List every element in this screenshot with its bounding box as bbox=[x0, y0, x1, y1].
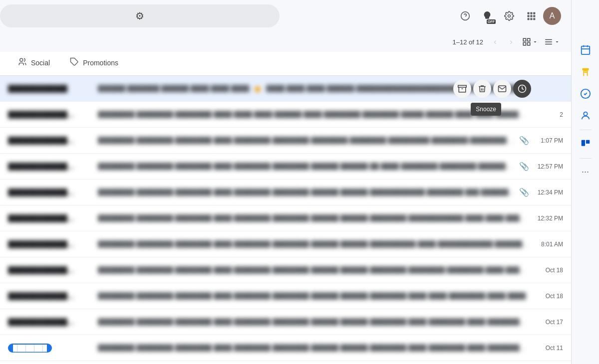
email-row[interactable]: ████████████████████ ████████ ████████ █… bbox=[0, 205, 571, 231]
email-meta: 📎 12:57 PM bbox=[519, 162, 563, 171]
email-row[interactable]: ████████████████ ████████ ████████ █████… bbox=[0, 102, 571, 128]
sender-name: ████████████████ bbox=[8, 111, 78, 119]
svg-point-2 bbox=[508, 15, 511, 17]
email-snippet: ████████ ████████ ████████ ████ ████ ███… bbox=[98, 111, 529, 118]
attachment-icon: 📎 bbox=[519, 187, 529, 197]
email-meta: Oct 17 bbox=[533, 319, 563, 326]
sidebar-more-button[interactable]: ··· bbox=[578, 163, 593, 181]
email-sender-block: ████████████████████ bbox=[8, 318, 98, 326]
lumos-button[interactable]: OFF bbox=[477, 6, 497, 26]
email-row[interactable]: ████████████████████ ████████ ████████ █… bbox=[0, 128, 571, 154]
svg-point-30 bbox=[584, 112, 587, 116]
right-sidebar: ··· bbox=[571, 0, 599, 364]
sender-name: ████████████████████ bbox=[8, 292, 78, 300]
keep-sidebar-button[interactable] bbox=[576, 62, 596, 82]
email-meta: 8:01 AM bbox=[533, 241, 563, 248]
prev-page-button[interactable]: ‹ bbox=[487, 34, 503, 50]
svg-rect-13 bbox=[528, 38, 530, 41]
email-sender-block: ████████████████████ bbox=[8, 214, 98, 222]
email-time: 2 bbox=[533, 111, 563, 118]
calendar-sidebar-button[interactable] bbox=[576, 40, 596, 60]
svg-rect-18 bbox=[545, 44, 552, 45]
email-row[interactable]: ████████████████████ ████████ ████████ █… bbox=[0, 180, 571, 205]
sender-name: ████████████████████ bbox=[8, 318, 78, 326]
sender-name: ████████████ bbox=[8, 85, 67, 93]
contacts-sidebar-button[interactable] bbox=[576, 106, 596, 126]
delete-button[interactable] bbox=[473, 80, 491, 98]
sender-name: ████████████████████ bbox=[8, 266, 78, 274]
email-sender-block: ████████████████████ bbox=[8, 240, 98, 248]
email-time: 12:32 PM bbox=[533, 215, 563, 222]
mark-unread-button[interactable] bbox=[493, 80, 511, 98]
svg-rect-12 bbox=[523, 38, 526, 41]
email-meta: Oct 11 bbox=[533, 345, 563, 352]
email-time: 12:57 PM bbox=[533, 163, 563, 170]
svg-rect-15 bbox=[528, 43, 530, 45]
settings-button[interactable] bbox=[499, 6, 519, 26]
next-page-button[interactable]: › bbox=[503, 34, 519, 50]
attachment-icon: 📎 bbox=[519, 162, 529, 171]
svg-rect-3 bbox=[528, 12, 530, 14]
email-sender-block: ████████████████████ bbox=[8, 292, 98, 300]
svg-rect-32 bbox=[586, 140, 589, 144]
email-meta: 2 bbox=[533, 111, 563, 118]
avatar[interactable]: A bbox=[543, 7, 561, 25]
email-meta: 📎 12:34 PM bbox=[519, 187, 563, 197]
email-time: 8:01 AM bbox=[533, 241, 563, 248]
svg-rect-6 bbox=[528, 15, 530, 17]
main-content: Social Promotions ████████████ ██████ ██… bbox=[0, 52, 571, 364]
svg-rect-10 bbox=[530, 18, 532, 20]
svg-point-19 bbox=[20, 58, 23, 61]
sidebar-divider-2 bbox=[580, 158, 592, 159]
email-meta: 12:32 PM bbox=[533, 215, 563, 222]
email-snippet: ████████ ████████ ████████ ████ ████████… bbox=[98, 266, 529, 274]
pagination-text: 1–12 of 12 bbox=[453, 38, 483, 46]
tab-social[interactable]: Social bbox=[8, 52, 60, 76]
svg-rect-5 bbox=[533, 12, 535, 14]
svg-rect-28 bbox=[582, 68, 589, 71]
email-meta: Oct 18 bbox=[533, 267, 563, 274]
action-bar: Snooze bbox=[453, 80, 531, 98]
email-list: ████████████ ██████ ███████ ██████ ████ … bbox=[0, 76, 571, 364]
svg-rect-8 bbox=[533, 15, 535, 17]
help-button[interactable] bbox=[455, 6, 475, 26]
search-bar[interactable]: ⚙ bbox=[0, 4, 280, 27]
svg-rect-17 bbox=[545, 41, 552, 42]
svg-rect-24 bbox=[581, 46, 590, 55]
blue-pill-label: ████████ bbox=[8, 344, 52, 353]
email-row[interactable]: ████████████████████ ████████ ████████ █… bbox=[0, 257, 571, 283]
email-row[interactable]: ████████████████████ ████████ ████████ █… bbox=[0, 309, 571, 335]
email-snippet: ████████ ████████ ████████ ████ ████████… bbox=[98, 292, 529, 300]
archive-button[interactable] bbox=[453, 80, 471, 98]
svg-rect-21 bbox=[458, 85, 467, 87]
trello-sidebar-button[interactable] bbox=[576, 134, 596, 154]
svg-rect-31 bbox=[581, 140, 585, 146]
email-sender-block: ████████████ bbox=[8, 85, 98, 93]
email-sender-block: ████████████████████ bbox=[8, 163, 98, 171]
sender-name: ████████████████████ bbox=[8, 188, 78, 196]
email-row[interactable]: ████████ ████████ ████████ ████████ ████… bbox=[0, 335, 571, 361]
snooze-button[interactable] bbox=[513, 80, 531, 98]
view-toggle-button[interactable] bbox=[519, 35, 541, 48]
sender-name: ████████████████████ bbox=[8, 163, 78, 171]
apps-button[interactable] bbox=[521, 6, 541, 26]
email-sender-block: ████████████████████ bbox=[8, 188, 98, 196]
topbar: ⚙ OFF A bbox=[0, 0, 599, 32]
email-time: Oct 18 bbox=[533, 293, 563, 300]
svg-rect-16 bbox=[545, 39, 552, 40]
tasks-sidebar-button[interactable] bbox=[576, 84, 596, 104]
email-snippet: ████████ ████████ ████████ ████ ████████… bbox=[98, 240, 529, 248]
email-row[interactable]: ████████████████████ ████████ ████████ █… bbox=[0, 154, 571, 180]
email-row[interactable]: ████████████████████ ████████ ████████ █… bbox=[0, 231, 571, 257]
email-sender-block: ████████ bbox=[8, 344, 98, 353]
attachment-icon: 📎 bbox=[519, 136, 529, 145]
tab-promotions[interactable]: Promotions bbox=[60, 52, 128, 76]
email-snippet: ████████ ████████ ████████ ████ ████████… bbox=[98, 137, 515, 144]
email-row[interactable]: ████████████ ██████ ███████ ██████ ████ … bbox=[0, 76, 571, 102]
density-toggle-button[interactable] bbox=[541, 35, 563, 48]
svg-rect-14 bbox=[523, 43, 526, 45]
email-snippet: ████████ ████████ ████████ ████ ████████… bbox=[98, 344, 529, 352]
email-row[interactable]: ████████████████████ ████████ ████████ █… bbox=[0, 283, 571, 309]
email-meta: 📎 1:07 PM bbox=[519, 136, 563, 145]
promotions-icon bbox=[70, 57, 79, 69]
